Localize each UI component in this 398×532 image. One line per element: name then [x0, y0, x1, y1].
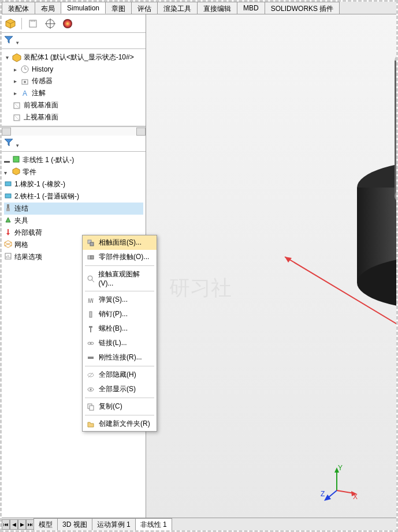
svg-marker-26: [13, 168, 20, 175]
part-iron[interactable]: 2.铁柱-1 (-普通碳钢-): [4, 190, 143, 203]
rigid-icon: [86, 353, 95, 362]
menu-hide-all[interactable]: 全部隐藏(H): [83, 368, 157, 382]
menu-bolt[interactable]: 螺栓(B)...: [83, 321, 157, 336]
target-icon[interactable]: [44, 17, 57, 30]
assembly-root[interactable]: ▾ 装配体1 (默认<默认_显示状态-10#>: [4, 51, 143, 63]
menu-contact-set[interactable]: 相触面组(S)...: [83, 235, 157, 250]
connections-node[interactable]: 连结: [4, 203, 143, 215]
connection-icon: [4, 204, 12, 213]
eye-off-icon: [86, 370, 95, 380]
collapse-icon[interactable]: ▬: [4, 158, 10, 163]
bottom-tab-bar: ⏮ ◀ ▶ ⏭ 模型 3D 视图 运动算例 1 非线性 1: [2, 518, 396, 530]
svg-marker-31: [6, 218, 10, 222]
svg-rect-45: [395, 61, 398, 196]
dropdown-arrow-icon[interactable]: ▼: [15, 143, 20, 148]
svg-line-63: [92, 280, 94, 282]
svg-line-23: [14, 115, 20, 121]
load-icon: [4, 228, 12, 238]
tab-render[interactable]: 渲染工具: [157, 2, 198, 14]
svg-rect-29: [7, 204, 9, 208]
expand-icon[interactable]: ▸: [12, 66, 18, 72]
svg-marker-50: [334, 467, 339, 473]
sensor-icon: [20, 77, 29, 86]
menu-new-folder[interactable]: 创建新文件夹(R): [83, 417, 157, 431]
watermark: 研习社: [169, 274, 232, 302]
parts-node[interactable]: ▾ 零件: [4, 166, 143, 178]
spring-icon: [86, 295, 95, 305]
tab-simulation[interactable]: Simulation: [61, 2, 106, 14]
svg-point-11: [63, 19, 72, 28]
sphere-icon[interactable]: [61, 17, 74, 30]
collapse-icon[interactable]: ▾: [4, 170, 10, 175]
funnel-icon[interactable]: [4, 138, 13, 147]
menu-separator: [85, 291, 154, 291]
menu-spring[interactable]: 弹簧(S)...: [83, 293, 157, 307]
filter-row: ▼: [2, 33, 146, 49]
assembly-label: 装配体1 (默认<默认_显示状态-10#>: [24, 53, 134, 62]
menu-rigid[interactable]: 刚性连接(R)...: [83, 350, 157, 365]
funnel-icon[interactable]: [4, 35, 13, 44]
sensors-node[interactable]: ▸ 传感器: [4, 75, 143, 87]
plane-icon: [12, 113, 21, 122]
tab-nav-first[interactable]: ⏮: [2, 519, 10, 530]
svg-rect-64: [90, 312, 92, 317]
tab-assembly[interactable]: 装配体: [2, 2, 35, 14]
btab-model[interactable]: 模型: [34, 518, 58, 531]
tab-drawing[interactable]: 章图: [105, 2, 132, 14]
feature-tree: ▾ 装配体1 (默认<默认_显示状态-10#> ▸ History ▸ 传感器 …: [2, 49, 146, 126]
scroll-right-icon[interactable]: [136, 128, 146, 136]
menu-pin[interactable]: 销钉(P)...: [83, 307, 157, 321]
menu-show-all[interactable]: 全部显示(S): [83, 382, 157, 396]
menu-contact-visualization[interactable]: 接触直观图解(V)...: [83, 267, 157, 290]
scroll-left-icon[interactable]: [2, 128, 11, 136]
btab-3dview[interactable]: 3D 视图: [57, 518, 92, 531]
tab-nav-prev[interactable]: ◀: [10, 519, 18, 530]
svg-marker-13: [13, 54, 21, 62]
part-icon: [4, 179, 12, 189]
collapse-icon[interactable]: ▾: [4, 55, 10, 61]
tab-layout[interactable]: 布局: [35, 2, 61, 14]
svg-marker-56: [324, 494, 331, 501]
svg-text:Y: Y: [338, 464, 343, 472]
svg-marker-12: [5, 36, 13, 43]
svg-text:A: A: [23, 89, 27, 98]
part-icon: [4, 192, 12, 201]
tab-mbd[interactable]: MBD: [237, 2, 265, 14]
viewport[interactable]: 研习社: [146, 14, 396, 518]
dropdown-arrow-icon[interactable]: ▼: [15, 40, 20, 46]
annotations-node[interactable]: ▸ A 注解: [4, 87, 143, 99]
svg-text:X: X: [353, 493, 358, 501]
tab-evaluate[interactable]: 评估: [131, 2, 158, 14]
front-plane-node[interactable]: 前视基准面: [4, 99, 143, 111]
btab-motion[interactable]: 运动算例 1: [92, 518, 136, 531]
study-root[interactable]: ▬ 非线性 1 (-默认-): [4, 154, 143, 166]
menu-component-contact[interactable]: 零部件接触(O)...: [83, 250, 157, 264]
menu-copy[interactable]: 复制(C): [83, 399, 157, 414]
tab-nav-last[interactable]: ⏭: [26, 519, 34, 530]
component-contact-icon: [86, 253, 95, 262]
expand-icon[interactable]: ▸: [12, 91, 18, 96]
folder-icon: [86, 419, 95, 429]
svg-rect-25: [13, 156, 19, 162]
svg-point-73: [90, 388, 92, 390]
fixtures-node[interactable]: 夹具: [4, 215, 143, 227]
tab-direct-edit[interactable]: 直接编辑: [197, 2, 237, 14]
btab-nonlinear[interactable]: 非线性 1: [135, 518, 172, 531]
history-node[interactable]: ▸ History: [4, 63, 143, 75]
top-plane-node[interactable]: 上视基准面: [4, 111, 143, 123]
horizontal-scrollbar[interactable]: [2, 126, 146, 136]
part-rubber[interactable]: 1.橡胶-1 (-橡胶-): [4, 178, 143, 190]
menu-link[interactable]: 链接(L)...: [83, 336, 157, 350]
svg-line-52: [337, 490, 354, 493]
sidebar-toolbar: [2, 14, 146, 33]
annotation-icon: A: [20, 89, 29, 98]
ruler-icon[interactable]: [27, 17, 39, 30]
top-tab-bar: 装配体 布局 Simulation 章图 评估 渲染工具 直接编辑 MBD SO…: [2, 2, 396, 14]
expand-icon[interactable]: ▸: [12, 78, 18, 84]
magnify-icon: [86, 274, 95, 283]
tab-plugins[interactable]: SOLIDWORKS 插件: [265, 2, 340, 14]
cube-icon[interactable]: [4, 17, 17, 30]
menu-separator: [85, 265, 154, 266]
svg-text:Z: Z: [321, 490, 325, 498]
tab-nav-next[interactable]: ▶: [18, 519, 26, 530]
